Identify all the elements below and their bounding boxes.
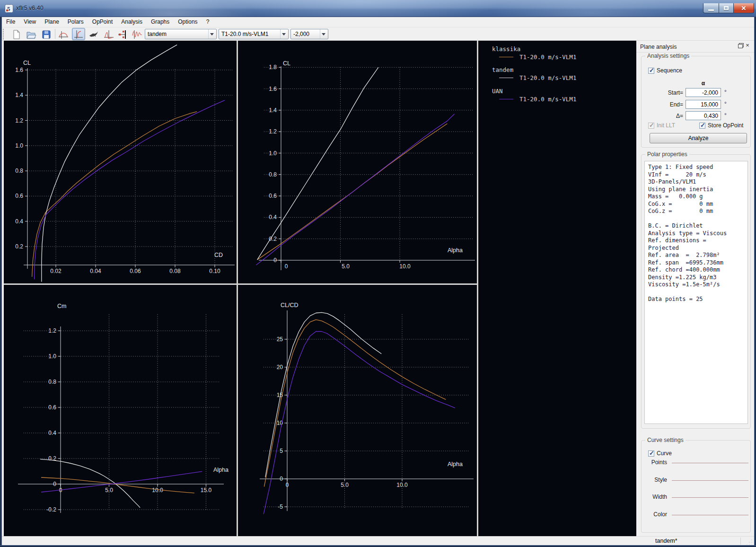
svg-text:5.0: 5.0: [341, 482, 349, 488]
plane-3d-view-icon: [88, 29, 99, 40]
save-icon: [41, 29, 52, 40]
analysis-row-input[interactable]: [686, 111, 721, 120]
combobox-dropdown[interactable]: [280, 29, 288, 39]
curve-tandem[interactable]: [257, 67, 378, 260]
cp-view-icon: [104, 29, 114, 40]
oppoint-view-button[interactable]: [57, 28, 70, 40]
tick-labels: 0.20.40.60.81.01.21.41.60.020.040.060.08…: [15, 67, 220, 274]
menu-item-options[interactable]: Options: [174, 17, 202, 27]
curve-klassika[interactable]: [32, 112, 197, 277]
combobox-dropdown[interactable]: [320, 29, 328, 39]
analysis-row-input[interactable]: [686, 88, 721, 97]
maximize-button[interactable]: [719, 3, 733, 13]
menu-bar: FileViewPlanePolarsOpPointAnalysisGraphs…: [2, 17, 754, 27]
legend-polar-name: T1-20.0 m/s-VLM1: [519, 53, 576, 61]
open-button[interactable]: [25, 28, 38, 40]
save-button[interactable]: [40, 28, 53, 40]
curve-points-selector[interactable]: [672, 463, 748, 463]
polar-properties-box[interactable]: Type 1: Fixed speed VInf = 20 m/s 3D-Pan…: [644, 161, 748, 424]
polar-properties-text: Type 1: Fixed speed VInf = 20 m/s 3D-Pan…: [648, 164, 747, 303]
stability-view-button[interactable]: [116, 28, 130, 40]
curve-checkbox[interactable]: ✓ Curve: [648, 450, 672, 457]
menu-item-[interactable]: ?: [202, 17, 214, 27]
init-llt-label: Init LLT: [657, 122, 675, 129]
svg-text:1.2: 1.2: [15, 117, 23, 124]
graph-splitter-horizontal[interactable]: [4, 283, 477, 285]
checkbox-icon: ✓: [648, 68, 654, 74]
toolbar-handle[interactable]: [3, 29, 5, 39]
graph-splitter-vertical[interactable]: [237, 41, 238, 536]
svg-text:5: 5: [280, 448, 283, 454]
analysis-settings-group: Analysis settings ✓ Sequence α Start=°En…: [641, 56, 751, 148]
polar-view-button[interactable]: [72, 28, 85, 40]
chevron-down-icon: [282, 33, 286, 35]
analyze-button[interactable]: Analyze: [650, 133, 747, 143]
graph-cm-alpha[interactable]: -0.200.20.40.60.81.01.205.010.015.0CmAlp…: [4, 285, 237, 536]
svg-text:0.2: 0.2: [15, 243, 23, 250]
close-icon: ✕: [741, 5, 747, 12]
close-button[interactable]: ✕: [733, 3, 754, 13]
menu-item-plane[interactable]: Plane: [40, 17, 63, 27]
svg-text:1.0: 1.0: [269, 150, 277, 157]
time-response-view-button[interactable]: [131, 28, 144, 40]
init-llt-checkbox: ✓ Init LLT: [648, 122, 675, 129]
menu-item-oppoint[interactable]: OpPoint: [88, 17, 117, 27]
curve-width-selector[interactable]: [672, 497, 748, 498]
svg-text:5.0: 5.0: [105, 487, 113, 494]
title-bar[interactable]: 5 xflr5 v6.40 ✕: [0, 0, 756, 17]
resize-grip[interactable]: [747, 538, 753, 545]
cp-view-button[interactable]: [102, 28, 115, 40]
menu-item-view[interactable]: View: [19, 17, 40, 27]
svg-text:1.2: 1.2: [269, 128, 277, 135]
legend-entry-tandem[interactable]: tandemT1-20.0 m/s-VLM1: [478, 66, 634, 85]
curve-klassika[interactable]: [257, 124, 448, 260]
legend-entry-UAN[interactable]: UANT1-20.0 m/s-VLM1: [478, 88, 634, 106]
sequence-label: Sequence: [657, 67, 682, 74]
graph-cl-alpha[interactable]: 00.20.40.60.81.01.21.41.61.805.010.0CLAl…: [238, 42, 477, 283]
menu-item-analysis[interactable]: Analysis: [117, 17, 147, 27]
series: [256, 67, 454, 265]
y-axis-title: CL/CD: [281, 302, 299, 309]
curve-style-selector[interactable]: [672, 480, 748, 481]
curve-klassika[interactable]: [264, 320, 446, 487]
panel-float-icon[interactable]: [738, 44, 743, 48]
panel-close-icon[interactable]: ×: [744, 42, 751, 49]
status-separator: [740, 538, 741, 545]
new-file-button[interactable]: [9, 28, 23, 40]
menu-item-graphs[interactable]: Graphs: [147, 17, 174, 27]
svg-text:0.04: 0.04: [90, 268, 101, 274]
svg-text:1.4: 1.4: [15, 92, 23, 98]
svg-text:1.8: 1.8: [269, 64, 277, 71]
plane-3d-view-button[interactable]: [87, 28, 100, 40]
graph-clcd-alpha[interactable]: -5051015202505.010.0CL/CDAlpha: [238, 285, 477, 536]
curve-UAN[interactable]: [256, 114, 454, 265]
open-folder-icon: [26, 29, 36, 40]
minimize-button[interactable]: [703, 3, 719, 13]
store-oppoint-checkbox[interactable]: ✓ Store OpPoint: [699, 122, 743, 129]
combobox-dropdown[interactable]: [208, 29, 216, 39]
oppoint-combobox[interactable]: -2,000: [290, 29, 328, 39]
curve-tandem[interactable]: [42, 45, 177, 282]
graph-cl-cd[interactable]: 0.20.40.60.81.01.21.41.60.020.040.060.08…: [4, 42, 237, 283]
analysis-row-input[interactable]: [686, 100, 721, 109]
svg-text:0: 0: [273, 257, 277, 264]
tick-labels: -0.200.20.40.60.81.01.205.010.015.0: [46, 327, 211, 513]
store-oppoint-label: Store OpPoint: [708, 122, 743, 129]
minimize-icon: [708, 9, 714, 11]
curve-UAN[interactable]: [35, 100, 225, 279]
curve-UAN[interactable]: [264, 332, 455, 514]
polar-combobox-value: T1-20.0 m/s-VLM1: [221, 31, 268, 37]
svg-text:-0.2: -0.2: [46, 506, 56, 513]
plane-combobox[interactable]: tandem: [145, 29, 217, 39]
sequence-checkbox[interactable]: ✓ Sequence: [648, 67, 682, 74]
menu-item-file[interactable]: File: [2, 17, 19, 27]
polar-view-icon: [73, 29, 84, 40]
y-axis-title: CL: [23, 60, 31, 66]
axes: [24, 68, 235, 269]
curve-color-selector[interactable]: [672, 515, 748, 515]
polar-combobox[interactable]: T1-20.0 m/s-VLM1: [219, 29, 289, 39]
legend-entry-klassika[interactable]: klassikaT1-20.0 m/s-VLM1: [478, 45, 634, 64]
polar-properties-label: Polar properties: [645, 151, 689, 158]
menu-item-polars[interactable]: Polars: [63, 17, 88, 27]
polar-legend: klassikaT1-20.0 m/s-VLM1tandemT1-20.0 m/…: [478, 41, 636, 536]
